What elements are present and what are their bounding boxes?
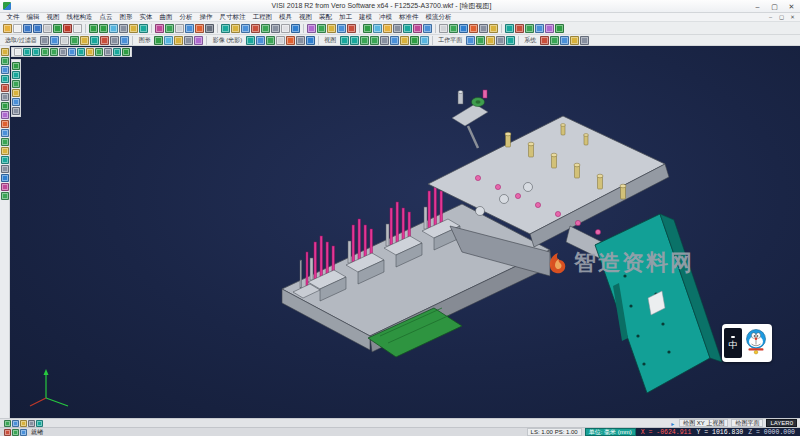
mini-dock-icon-4[interactable] [12, 89, 20, 97]
menu-item-8[interactable]: 曲面 [156, 13, 176, 22]
menu-item-19[interactable]: 标准件 [396, 13, 423, 22]
view-tool-icon-3[interactable] [109, 24, 118, 33]
status-mode-icon-3[interactable] [20, 429, 27, 436]
file-tool-icon-2[interactable] [13, 24, 22, 33]
menu-item-7[interactable]: 实体 [136, 13, 156, 22]
mold-tool-icon-5[interactable] [479, 24, 488, 33]
view-tool-icon-6[interactable] [139, 24, 148, 33]
tb2-icon-s6-2[interactable] [550, 36, 559, 45]
tb2-icon-s3-6[interactable] [296, 36, 305, 45]
tb2-icon-s3-4[interactable] [276, 36, 285, 45]
mold-tool-icon-1[interactable] [439, 24, 448, 33]
mold-tool-icon-6[interactable] [489, 24, 498, 33]
tb2-icon-s1-8[interactable] [110, 36, 119, 45]
menu-item-4[interactable]: 线框构造 [63, 13, 96, 22]
view-cube-icon-12[interactable] [113, 48, 121, 56]
view-cube-icon-8[interactable] [77, 48, 85, 56]
view-tool-icon-1[interactable] [89, 24, 98, 33]
tb2-icon-s1-9[interactable] [120, 36, 129, 45]
tb2-icon-s3-7[interactable] [306, 36, 315, 45]
tb2-icon-s6-1[interactable] [540, 36, 549, 45]
analysis-tool-icon-3[interactable] [383, 24, 392, 33]
menu-item-9[interactable]: 分析 [176, 13, 196, 22]
mold-tool-icon-3[interactable] [459, 24, 468, 33]
surface-tool-icon-4[interactable] [337, 24, 346, 33]
doc-restore-button[interactable]: ▢ [776, 14, 787, 20]
dock-tool-icon-15[interactable] [1, 174, 9, 182]
tb2-icon-s4-4[interactable] [370, 36, 379, 45]
tb2-icon-s5-4[interactable] [496, 36, 505, 45]
tb2-icon-s6-3[interactable] [560, 36, 569, 45]
units-indicator[interactable]: 单位: 毫米 (mm) [585, 428, 636, 436]
machining-tool-icon-3[interactable] [525, 24, 534, 33]
tb2-icon-s2-2[interactable] [164, 36, 173, 45]
mold-tool-icon-4[interactable] [469, 24, 478, 33]
tb2-icon-s3-2[interactable] [256, 36, 265, 45]
view-cube-icon-7[interactable] [68, 48, 76, 56]
tb2-icon-s5-3[interactable] [486, 36, 495, 45]
tb2-icon-s2-4[interactable] [184, 36, 193, 45]
wireframe-tool-icon-4[interactable] [185, 24, 194, 33]
dock-tool-icon-5[interactable] [1, 84, 9, 92]
dock-tool-icon-1[interactable] [1, 48, 9, 56]
wireframe-tool-icon-6[interactable] [205, 24, 214, 33]
machining-tool-icon-5[interactable] [545, 24, 554, 33]
tb2-icon-s3-3[interactable] [266, 36, 275, 45]
view-cube-icon-3[interactable] [32, 48, 40, 56]
tb2-icon-s1-7[interactable] [100, 36, 109, 45]
menu-item-18[interactable]: 冲模 [376, 13, 396, 22]
mold-tool-icon-2[interactable] [449, 24, 458, 33]
solid-tool-icon-1[interactable] [221, 24, 230, 33]
surface-tool-icon-2[interactable] [317, 24, 326, 33]
dock-tool-icon-7[interactable] [1, 102, 9, 110]
viewport-3d[interactable]: 智造资料网 中 [10, 46, 800, 418]
mini-dock-icon-2[interactable] [12, 71, 20, 79]
view-cube-icon-10[interactable] [95, 48, 103, 56]
tb2-icon-s5-1[interactable] [466, 36, 475, 45]
dock-tool-icon-11[interactable] [1, 138, 9, 146]
solid-tool-icon-4[interactable] [251, 24, 260, 33]
view-cube-icon-2[interactable] [23, 48, 31, 56]
view-tool-icon-2[interactable] [99, 24, 108, 33]
tb2-icon-s4-7[interactable] [400, 36, 409, 45]
dock-tool-icon-13[interactable] [1, 156, 9, 164]
tb2-icon-s4-1[interactable] [340, 36, 349, 45]
wireframe-tool-icon-3[interactable] [175, 24, 184, 33]
tb2-icon-s4-5[interactable] [380, 36, 389, 45]
machining-tool-icon-6[interactable] [555, 24, 564, 33]
minimize-button[interactable]: – [749, 0, 766, 13]
analysis-tool-icon-5[interactable] [403, 24, 412, 33]
menu-item-6[interactable]: 图形 [116, 13, 136, 22]
dock-tool-icon-10[interactable] [1, 129, 9, 137]
analysis-tool-icon-2[interactable] [373, 24, 382, 33]
view-cube-icon-6[interactable] [59, 48, 67, 56]
wireframe-tool-icon-1[interactable] [155, 24, 164, 33]
dock-tool-icon-12[interactable] [1, 147, 9, 155]
tb2-icon-s1-2[interactable] [50, 36, 59, 45]
machining-tool-icon-4[interactable] [535, 24, 544, 33]
surface-tool-icon-3[interactable] [327, 24, 336, 33]
current-view-chip[interactable]: 绘图 XY 上视图 [679, 419, 728, 427]
menu-item-1[interactable]: 文件 [3, 13, 23, 22]
surface-tool-icon-1[interactable] [307, 24, 316, 33]
analysis-tool-icon-4[interactable] [393, 24, 402, 33]
solid-tool-icon-5[interactable] [261, 24, 270, 33]
top-sub-assembly[interactable] [452, 90, 488, 148]
cad-model[interactable] [10, 46, 800, 418]
menu-item-17[interactable]: 建模 [356, 13, 376, 22]
close-button[interactable]: ✕ [783, 0, 800, 13]
maximize-button[interactable]: ▢ [766, 0, 783, 13]
menu-item-16[interactable]: 加工 [336, 13, 356, 22]
view-cube-icon-5[interactable] [50, 48, 58, 56]
solid-tool-icon-2[interactable] [231, 24, 240, 33]
file-tool-icon-7[interactable] [63, 24, 72, 33]
file-tool-icon-6[interactable] [53, 24, 62, 33]
dock-tool-icon-9[interactable] [1, 120, 9, 128]
snap-icon-5[interactable] [36, 420, 43, 427]
solid-tool-icon-7[interactable] [281, 24, 290, 33]
dock-tool-icon-16[interactable] [1, 183, 9, 191]
menu-item-5[interactable]: 点云 [96, 13, 116, 22]
menu-item-10[interactable]: 操作 [196, 13, 216, 22]
tb2-icon-s4-3[interactable] [360, 36, 369, 45]
view-tool-icon-4[interactable] [119, 24, 128, 33]
